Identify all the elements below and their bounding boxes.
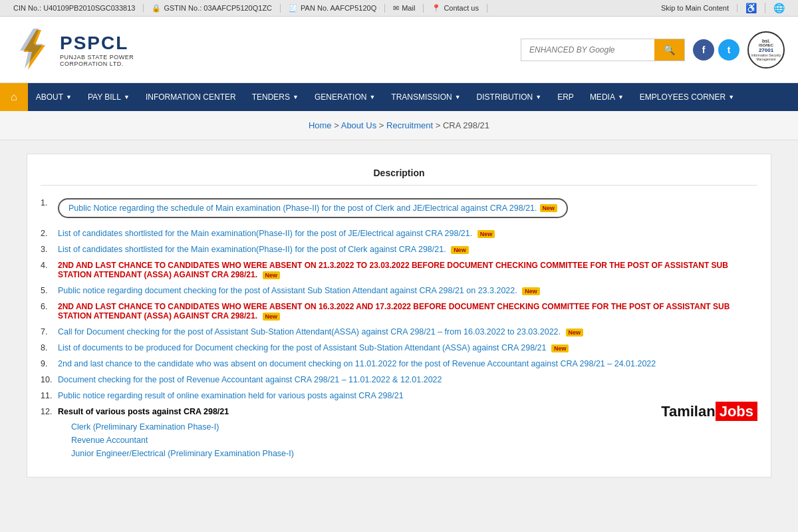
item-list: 1. Public Notice regarding the schedule … — [41, 195, 757, 464]
nav-distribution[interactable]: DISTRIBUTION ▼ — [469, 83, 550, 111]
item-num: 1. — [41, 198, 55, 207]
nav-tenders[interactable]: TENDERS ▼ — [244, 83, 307, 111]
nav-transmission[interactable]: TRANSMISSION ▼ — [383, 83, 468, 111]
contact-item[interactable]: 📍 Contact us — [424, 4, 487, 13]
breadcrumb-home[interactable]: Home — [309, 120, 332, 130]
item-num: 12. — [41, 407, 55, 416]
tamilan-text: Tamilan — [661, 403, 716, 420]
nav-media[interactable]: MEDIA ▼ — [582, 83, 632, 111]
list-item: 2. List of candidates shortlisted for th… — [41, 225, 757, 241]
sub-item-je: Junior Engineer/Electrical (Preliminary … — [58, 447, 757, 460]
location-icon: 📍 — [432, 4, 441, 13]
new-badge-6: New — [263, 313, 281, 321]
nav-information-center[interactable]: INFORMATION CENTER — [138, 83, 244, 111]
item-link-11[interactable]: Public notice regarding result of online… — [58, 391, 404, 400]
list-item: 3. List of candidates shortlisted for th… — [41, 241, 757, 257]
main-content: Description 1. Public Notice regarding t… — [0, 140, 798, 491]
item-link-2[interactable]: List of candidates shortlisted for the M… — [58, 229, 472, 238]
gstin-icon: 🔒 — [152, 4, 161, 13]
item-num: 4. — [41, 261, 55, 270]
item-link-10[interactable]: Document checking for the post of Revenu… — [58, 375, 442, 384]
language-icon: 🌐 — [773, 3, 785, 13]
nav-generation-label: GENERATION — [315, 92, 366, 102]
nav-generation[interactable]: GENERATION ▼ — [307, 83, 383, 111]
top-bar: CIN No.: U40109PB2010SGC033813 🔒 GSTIN N… — [0, 0, 798, 17]
nav-erp[interactable]: ERP — [549, 83, 582, 111]
new-badge-5: New — [522, 287, 540, 295]
new-badge-7: New — [566, 329, 584, 336]
breadcrumb-recruitment[interactable]: Recruitment — [386, 120, 433, 130]
breadcrumb: Home > About Us > Recruitment > CRA 298/… — [0, 111, 798, 140]
item-num: 5. — [41, 286, 55, 295]
skip-item[interactable]: Skip to Main Content — [653, 4, 737, 12]
jobs-text: Jobs — [716, 402, 757, 421]
item-num: 6. — [41, 302, 55, 311]
home-nav-button[interactable]: ⌂ — [0, 83, 28, 111]
content-box: Description 1. Public Notice regarding t… — [27, 154, 771, 477]
item-link-3[interactable]: List of candidates shortlisted for the M… — [58, 245, 446, 254]
nav-generation-arrow: ▼ — [369, 94, 375, 100]
subtitle2: CORPORATION LTD. — [60, 61, 134, 67]
header: PSPCL PUNJAB STATE POWER CORPORATION LTD… — [0, 17, 798, 83]
item-num: 10. — [41, 375, 55, 384]
nav-tenders-arrow: ▼ — [293, 94, 299, 100]
mail-icon: ✉ — [393, 4, 399, 13]
new-badge-1: New — [540, 204, 558, 212]
item-num: 9. — [41, 359, 55, 368]
description-header: Description — [41, 168, 757, 186]
list-item: 8. List of documents to be produced for … — [41, 340, 757, 356]
mail-item[interactable]: ✉ Mail — [385, 4, 424, 13]
item-link-4[interactable]: 2ND AND LAST CHANCE TO CANDIDATES WHO WE… — [58, 261, 728, 279]
item-link-9[interactable]: 2nd and last chance to the candidate who… — [58, 359, 656, 368]
item-num: 2. — [41, 229, 55, 238]
bsi-desc2: Management — [756, 57, 775, 61]
nav-transmission-label: TRANSMISSION — [391, 92, 452, 102]
lang-icon-item[interactable]: 🌐 — [765, 3, 793, 13]
bsi-text: bsi. — [762, 39, 770, 43]
highlighted-item: Public Notice regarding the schedule of … — [58, 198, 568, 218]
breadcrumb-sep2: > — [379, 120, 386, 130]
twitter-icon[interactable]: t — [718, 39, 739, 61]
breadcrumb-current: CRA 298/21 — [443, 120, 489, 130]
bsi-num: 27001 — [759, 47, 773, 53]
item-12-label: Result of various posts against CRA 298/… — [58, 407, 229, 416]
item-link-5[interactable]: Public notice regarding document checkin… — [58, 286, 517, 295]
sub-item-clerk: Clerk (Preliminary Examination Phase-I) — [58, 420, 757, 434]
new-badge-3: New — [451, 246, 469, 254]
nav-media-arrow: ▼ — [618, 94, 624, 100]
subtitle1: PUNJAB STATE POWER — [60, 54, 134, 61]
nav-about[interactable]: ABOUT ▼ — [28, 83, 80, 111]
sub-link-revenue[interactable]: Revenue Accountant — [71, 436, 148, 445]
search-input[interactable] — [521, 40, 654, 60]
nav-paybill[interactable]: PAY BILL ▼ — [80, 83, 138, 111]
item-link-8[interactable]: List of documents to be produced for Doc… — [58, 343, 546, 352]
nav-tenders-label: TENDERS — [252, 92, 290, 102]
nav-about-label: ABOUT — [36, 92, 63, 102]
gstin-item: 🔒 GSTIN No.: 03AAFCP5120Q1ZC — [144, 4, 281, 13]
sub-link-clerk[interactable]: Clerk (Preliminary Examination Phase-I) — [71, 422, 219, 432]
logo-area: PSPCL PUNJAB STATE POWER CORPORATION LTD… — [13, 27, 134, 73]
social-icons: f t — [693, 39, 739, 61]
item-link-7[interactable]: Call for Document checking for the post … — [58, 327, 561, 336]
new-badge-2: New — [477, 230, 495, 238]
nav-erp-label: ERP — [557, 92, 574, 102]
breadcrumb-sep1: > — [334, 120, 341, 130]
list-item: 12. Result of various posts against CRA … — [41, 404, 757, 464]
new-badge-4: New — [263, 271, 281, 279]
item-link-6[interactable]: 2ND AND LAST CHANCE TO CANDIDATES WHO WE… — [58, 302, 730, 321]
nav-paybill-arrow: ▼ — [124, 94, 130, 100]
cin-item: CIN No.: U40109PB2010SGC033813 — [5, 4, 144, 12]
accessibility-icon-item[interactable]: ♿ — [737, 3, 765, 13]
facebook-icon[interactable]: f — [693, 39, 714, 61]
nav-employees-corner[interactable]: EMPLOYEES CORNER ▼ — [632, 83, 742, 111]
mail-text: Mail — [402, 4, 415, 12]
pspcl-label: PSPCL — [60, 33, 134, 54]
sub-link-je[interactable]: Junior Engineer/Electrical (Preliminary … — [71, 449, 294, 458]
search-button[interactable]: 🔍 — [654, 39, 684, 61]
cin-text: CIN No.: U40109PB2010SGC033813 — [13, 4, 135, 12]
home-icon: ⌂ — [11, 91, 17, 102]
breadcrumb-about[interactable]: About Us — [341, 120, 376, 130]
item-link-1[interactable]: Public Notice regarding the schedule of … — [68, 203, 537, 213]
logo-svg — [13, 27, 53, 73]
pan-icon: 🧾 — [289, 4, 298, 13]
